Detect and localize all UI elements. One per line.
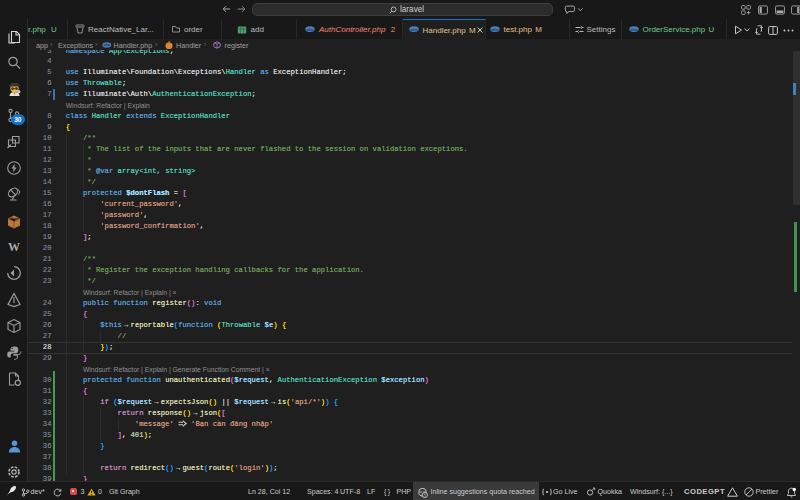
svg-text:php: php <box>492 27 500 31</box>
svg-text:php: php <box>631 27 639 31</box>
svg-text:php: php <box>411 28 419 32</box>
svg-text:php: php <box>103 43 110 47</box>
svg-text:php: php <box>307 27 315 31</box>
